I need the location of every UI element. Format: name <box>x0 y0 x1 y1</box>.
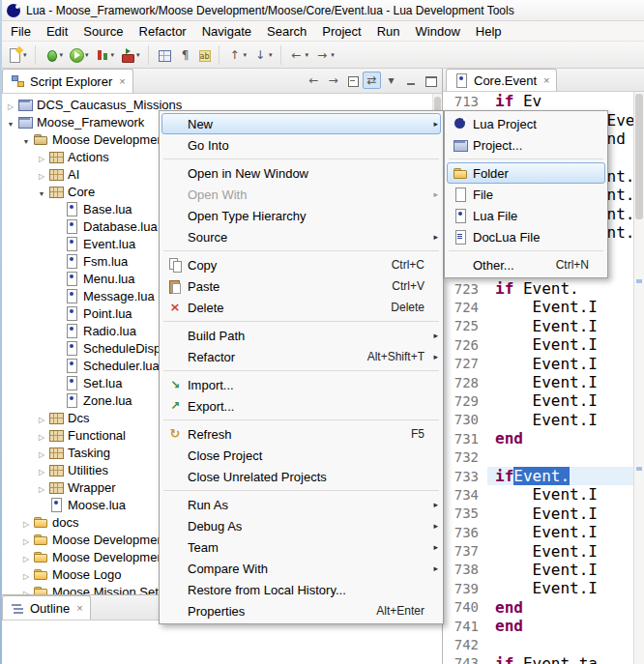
code-line-733[interactable]: 733 if Event. <box>443 467 633 485</box>
debug-button[interactable]: ▾ <box>42 44 66 66</box>
tree-collapsed-toggle-icon[interactable] <box>19 550 33 564</box>
menu-item-open-in-new-window[interactable]: Open in New Window <box>161 162 441 184</box>
close-icon[interactable]: × <box>119 75 125 87</box>
menu-item-restore-from-local-history[interactable]: Restore from Local History... <box>161 579 441 600</box>
tree-collapsed-toggle-icon[interactable] <box>4 98 17 112</box>
menu-item-delete[interactable]: ×DeleteDelete <box>161 297 441 318</box>
menubar-source[interactable]: Source <box>75 22 131 41</box>
menubar-run[interactable]: Run <box>369 22 408 41</box>
menu-item-new[interactable]: New▸ <box>161 113 441 134</box>
forward-button[interactable]: → <box>324 72 342 89</box>
new-button[interactable]: ▾ <box>5 44 29 66</box>
tree-collapsed-toggle-icon[interactable] <box>35 480 48 495</box>
menu-item-go-into[interactable]: Go Into <box>161 134 441 156</box>
menubar-refactor[interactable]: Refactor <box>132 22 194 41</box>
code-line-736[interactable]: 736 Event.I <box>443 523 633 541</box>
run-button[interactable]: ▾ <box>67 44 91 66</box>
code-line-738[interactable]: 738 Event.I <box>443 561 633 579</box>
tree-collapsed-toggle-icon[interactable] <box>19 567 33 582</box>
dropdown-caret-icon[interactable]: ▾ <box>331 51 335 59</box>
menu-item-copy[interactable]: CopyCtrl+C <box>161 254 441 275</box>
menu-item-folder[interactable]: Folder <box>447 162 605 184</box>
tree-collapsed-toggle-icon[interactable] <box>35 446 48 460</box>
overview-ruler[interactable] <box>633 92 644 664</box>
tree-collapsed-toggle-icon[interactable] <box>19 533 33 547</box>
code-line-737[interactable]: 737 Event.I <box>443 541 633 560</box>
menu-item-source[interactable]: Source▸ <box>161 226 441 247</box>
menu-item-doclua-file[interactable]: DocLua File <box>447 226 605 247</box>
dropdown-caret-icon[interactable]: ▾ <box>244 51 248 59</box>
occurrence-marker[interactable] <box>636 467 642 471</box>
code-line-739[interactable]: 739 Event.I <box>443 579 633 597</box>
menu-item-export[interactable]: ↗Export... <box>161 395 441 417</box>
menu-item-properties[interactable]: PropertiesAlt+Enter <box>161 600 441 621</box>
code-line-713[interactable]: 713 if Ev <box>443 92 633 110</box>
tree-collapsed-toggle-icon[interactable] <box>35 167 48 182</box>
show-whitespace-button[interactable]: ¶ <box>176 44 195 66</box>
menu-item-file[interactable]: File <box>447 184 605 205</box>
dropdown-caret-icon[interactable]: ▾ <box>306 51 309 59</box>
menubar-edit[interactable]: Edit <box>39 22 75 41</box>
dropdown-caret-icon[interactable]: ▾ <box>60 51 64 59</box>
menu-item-project[interactable]: Project... <box>447 134 605 156</box>
forward-button[interactable]: →▾ <box>312 44 337 66</box>
tree-expanded-toggle-icon[interactable] <box>4 115 17 130</box>
back-button[interactable]: ←▾ <box>287 44 311 66</box>
next-annotation-button[interactable]: ↓▾ <box>250 44 275 66</box>
external-tools-button[interactable]: ▾ <box>118 44 142 66</box>
tab-outline[interactable]: Outline × <box>2 595 91 620</box>
tab-core-event[interactable]: Core.Event × <box>446 69 557 91</box>
collapse-all-button[interactable] <box>343 72 362 89</box>
code-line-729[interactable]: 729 Event.I <box>443 391 633 410</box>
tree-collapsed-toggle-icon[interactable] <box>35 463 48 477</box>
minimize-button[interactable] <box>401 72 420 89</box>
dropdown-caret-icon[interactable]: ▾ <box>85 51 89 59</box>
previous-annotation-button[interactable]: ↑▾ <box>225 44 249 66</box>
back-button[interactable]: ← <box>305 72 323 89</box>
tree-collapsed-toggle-icon[interactable] <box>19 515 33 530</box>
menu-item-close-project[interactable]: Close Project <box>161 445 441 466</box>
menu-item-import[interactable]: ↘Import... <box>161 374 441 395</box>
tree-collapsed-toggle-icon[interactable] <box>35 150 48 164</box>
tree-expanded-toggle-icon[interactable] <box>19 132 33 147</box>
menubar-search[interactable]: Search <box>259 22 314 41</box>
code-line-742[interactable]: 742 <box>443 635 633 653</box>
menubar-help[interactable]: Help <box>468 22 510 41</box>
menu-item-refactor[interactable]: RefactorAlt+Shift+T▸ <box>161 346 441 367</box>
menubar-file[interactable]: File <box>3 22 39 41</box>
close-icon[interactable]: × <box>76 602 82 614</box>
menu-item-debug-as[interactable]: Debug As▸ <box>161 515 441 536</box>
menu-item-lua-file[interactable]: Lua File <box>447 205 605 226</box>
menu-item-compare-with[interactable]: Compare With▸ <box>161 558 441 579</box>
code-line-732[interactable]: 732 <box>443 447 633 466</box>
code-line-731[interactable]: 731 end <box>443 429 633 447</box>
coverage-button[interactable]: ▾ <box>93 44 117 66</box>
code-line-726[interactable]: 726 Event.I <box>443 335 633 354</box>
mark-occurrences-button[interactable]: ab <box>197 44 213 66</box>
code-line-743[interactable]: 743 if Event.ta <box>443 654 633 664</box>
tree-collapsed-toggle-icon[interactable] <box>19 585 33 595</box>
tab-script-explorer[interactable]: Script Explorer × <box>2 69 133 93</box>
editor-scrollbar-thumb[interactable] <box>635 94 643 219</box>
tree-expanded-toggle-icon[interactable] <box>35 185 48 199</box>
menu-item-paste[interactable]: PasteCtrl+V <box>161 275 441 297</box>
menu-item-run-as[interactable]: Run As▸ <box>161 494 441 515</box>
dropdown-caret-icon[interactable]: ▾ <box>23 51 27 59</box>
menu-item-open-type-hierarchy[interactable]: Open Type Hierarchy <box>161 205 441 226</box>
code-line-727[interactable]: 727 Event.I <box>443 354 633 372</box>
tree-collapsed-toggle-icon[interactable] <box>35 411 48 425</box>
menu-item-close-unrelated-projects[interactable]: Close Unrelated Projects <box>161 466 441 487</box>
menu-item-lua-project[interactable]: Lua Project <box>447 113 605 134</box>
code-line-730[interactable]: 730 Event.I <box>443 411 633 429</box>
menubar-navigate[interactable]: Navigate <box>194 22 259 41</box>
view-menu-button[interactable]: ▾ <box>382 72 400 89</box>
menu-item-refresh[interactable]: ↻RefreshF5 <box>161 423 441 445</box>
code-line-725[interactable]: 725 Event.I <box>443 317 633 335</box>
dropdown-caret-icon[interactable]: ▾ <box>269 51 273 59</box>
new-lua-module-button[interactable] <box>155 44 174 66</box>
link-with-editor-button[interactable]: ⇄ <box>363 72 381 89</box>
menubar-project[interactable]: Project <box>314 22 368 41</box>
dropdown-caret-icon[interactable]: ▾ <box>136 51 140 59</box>
code-line-741[interactable]: 741 end <box>443 617 633 635</box>
menubar-window[interactable]: Window <box>408 22 468 41</box>
